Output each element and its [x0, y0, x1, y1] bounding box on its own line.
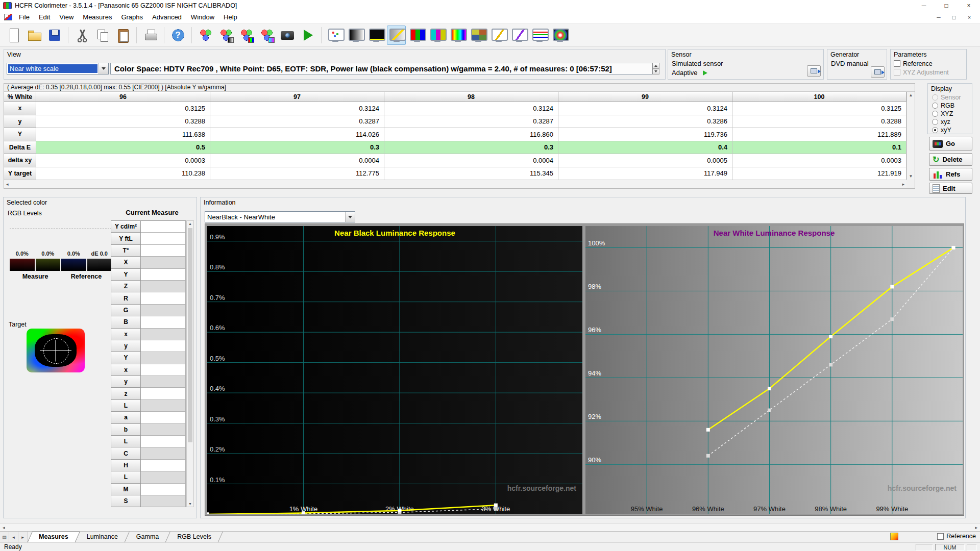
- measures-cell[interactable]: 111.638: [36, 128, 210, 141]
- view-secondaries-button[interactable]: [428, 26, 447, 45]
- menu-item-file[interactable]: File: [14, 11, 34, 23]
- main-horizontal-scrollbar[interactable]: ◂ ▸: [0, 523, 980, 531]
- scroll-up-icon[interactable]: ▲: [188, 222, 192, 226]
- measures-cell[interactable]: 114.026: [210, 128, 384, 141]
- measures-cell[interactable]: 119.736: [558, 128, 732, 141]
- measures-cell[interactable]: 0.3125: [732, 102, 906, 115]
- measures-cell[interactable]: 0.1: [732, 141, 906, 155]
- measures-cell[interactable]: 117.949: [558, 167, 732, 181]
- measures-cell[interactable]: 0.4: [558, 141, 732, 155]
- view-free-measures-button[interactable]: [326, 26, 345, 45]
- current-measure-value[interactable]: [141, 305, 186, 316]
- dropdown-arrow-icon[interactable]: [345, 212, 355, 222]
- tab-prev-button[interactable]: ◂: [9, 532, 18, 542]
- tab-measures[interactable]: Measures: [30, 532, 78, 543]
- near-black-chart[interactable]: 0.1%0.2%0.3%0.4%0.5%0.6%0.7%0.8%0.9%1% W…: [207, 226, 582, 514]
- spinner-down-icon[interactable]: [652, 69, 659, 75]
- spinner-up-icon[interactable]: [652, 63, 659, 69]
- view-saturation-button[interactable]: [448, 26, 467, 45]
- menu-item-edit[interactable]: Edit: [34, 11, 55, 23]
- view-gamma-button[interactable]: [509, 26, 528, 45]
- new-file-button[interactable]: [4, 26, 23, 45]
- current-measure-value[interactable]: [141, 292, 186, 304]
- measures-cell[interactable]: 121.889: [732, 128, 906, 141]
- measures-cell[interactable]: 0.3287: [384, 115, 558, 129]
- measures-cell[interactable]: 0.0003: [36, 154, 210, 167]
- scroll-up-icon[interactable]: ▲: [909, 93, 913, 97]
- sensor-config-button[interactable]: [807, 65, 821, 77]
- measures-cell[interactable]: 0.3: [384, 141, 558, 155]
- tab-gamma[interactable]: Gamma: [127, 532, 168, 543]
- dropdown-arrow-icon[interactable]: [99, 63, 108, 74]
- current-measure-value[interactable]: [141, 471, 186, 483]
- param-reference-checkbox[interactable]: Reference: [891, 59, 966, 68]
- current-measure-value[interactable]: [141, 233, 186, 244]
- view-primaries-button[interactable]: [407, 26, 426, 45]
- minimize-button[interactable]: ─: [913, 0, 935, 11]
- current-measure-value[interactable]: [141, 400, 186, 412]
- scale-selector[interactable]: Near white scale: [7, 63, 109, 74]
- copy-button[interactable]: [93, 26, 112, 45]
- info-spinner[interactable]: [652, 63, 659, 74]
- display-option-sensor[interactable]: Sensor: [928, 93, 972, 102]
- current-measure-value[interactable]: [141, 340, 186, 352]
- current-measure-value[interactable]: [141, 364, 186, 376]
- current-measure-value[interactable]: [141, 281, 186, 292]
- document-icon[interactable]: [4, 14, 12, 20]
- measures-cell[interactable]: 121.919: [732, 167, 906, 181]
- measures-cell[interactable]: 0.3124: [210, 102, 384, 115]
- current-measure-value[interactable]: [141, 484, 186, 495]
- refs-button[interactable]: Refs: [929, 168, 972, 181]
- measures-column-header[interactable]: 100: [732, 92, 906, 102]
- menu-item-view[interactable]: View: [55, 11, 78, 23]
- measure-saturations-button[interactable]: [257, 26, 276, 45]
- tab-next-button[interactable]: ▸: [18, 532, 28, 542]
- cut-button[interactable]: [72, 26, 91, 45]
- display-option-xyz[interactable]: xyz: [928, 118, 972, 126]
- menu-item-graphs[interactable]: Graphs: [116, 11, 148, 23]
- measures-cell[interactable]: 0.0004: [384, 154, 558, 167]
- measure-grayscale-button[interactable]: [216, 26, 235, 45]
- current-measure-value[interactable]: [141, 245, 186, 257]
- about-button[interactable]: [168, 26, 187, 45]
- measures-vertical-scrollbar[interactable]: ▲ ▼: [906, 92, 915, 180]
- menu-item-measures[interactable]: Measures: [78, 11, 116, 23]
- current-measure-value[interactable]: [141, 495, 186, 507]
- measures-cell[interactable]: 0.0005: [558, 154, 732, 167]
- measures-cell[interactable]: 0.0003: [732, 154, 906, 167]
- view-luminance-button[interactable]: [489, 26, 508, 45]
- view-near-white-button[interactable]: [387, 26, 406, 45]
- scroll-left-icon[interactable]: ◂: [6, 182, 9, 187]
- capture-button[interactable]: [278, 26, 297, 45]
- measures-cell[interactable]: 112.775: [210, 167, 384, 181]
- scroll-right-icon[interactable]: ▸: [902, 182, 904, 187]
- measures-cell[interactable]: 0.3288: [732, 115, 906, 129]
- delete-button[interactable]: ↻Delete: [929, 153, 972, 166]
- measures-cell[interactable]: 0.3: [210, 141, 384, 155]
- current-measure-value[interactable]: [141, 257, 186, 268]
- view-rgb-levels-button[interactable]: [530, 26, 549, 45]
- current-measure-value[interactable]: [141, 352, 186, 364]
- display-option-xyy[interactable]: xyY: [928, 126, 972, 134]
- scroll-down-icon[interactable]: ▼: [909, 174, 913, 179]
- measure-primaries-button[interactable]: [237, 26, 256, 45]
- current-measure-value[interactable]: [141, 269, 186, 281]
- tab-rgb-levels[interactable]: RGB Levels: [168, 532, 220, 543]
- menu-item-help[interactable]: Help: [219, 11, 242, 23]
- measures-cell[interactable]: 0.3288: [36, 115, 210, 129]
- generator-config-button[interactable]: [871, 66, 885, 78]
- measures-column-header[interactable]: 98: [384, 92, 558, 102]
- menu-item-window[interactable]: Window: [186, 11, 219, 23]
- display-option-rgb[interactable]: RGB: [928, 102, 972, 110]
- scrollbar-thumb[interactable]: [188, 228, 192, 442]
- measures-column-header[interactable]: 96: [36, 92, 210, 102]
- measures-cell[interactable]: 0.3287: [210, 115, 384, 129]
- tab-list-button[interactable]: ▤: [0, 532, 9, 542]
- print-button[interactable]: [141, 26, 160, 45]
- close-button[interactable]: ×: [958, 0, 980, 11]
- display-option-xyz[interactable]: XYZ: [928, 110, 972, 118]
- child-restore-button[interactable]: □: [946, 12, 962, 22]
- go-button[interactable]: Go: [929, 137, 972, 151]
- measure-color-button[interactable]: [196, 26, 215, 45]
- current-measure-value[interactable]: [141, 316, 186, 328]
